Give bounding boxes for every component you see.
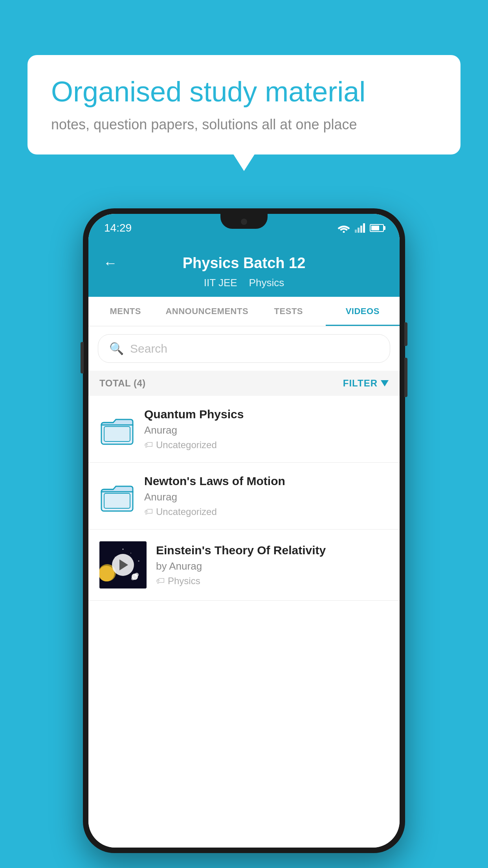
tab-tests[interactable]: TESTS bbox=[251, 297, 325, 326]
svg-point-16 bbox=[130, 553, 131, 554]
back-button[interactable]: ← bbox=[100, 252, 121, 274]
filter-bar: TOTAL (4) FILTER bbox=[88, 371, 400, 396]
video-info: Einstein's Theory Of Relativity by Anura… bbox=[156, 544, 389, 587]
svg-point-0 bbox=[343, 231, 345, 233]
video-author: by Anurag bbox=[156, 560, 389, 572]
tag-label: Uncategorized bbox=[156, 440, 217, 451]
folder-icon bbox=[99, 412, 135, 447]
search-placeholder: Search bbox=[130, 342, 167, 355]
batch-title: Physics Batch 12 bbox=[121, 255, 367, 272]
search-bar-container: 🔍 Search bbox=[88, 326, 400, 371]
video-title: Newton's Laws of Motion bbox=[144, 474, 389, 488]
signal-icon bbox=[355, 223, 365, 233]
svg-point-14 bbox=[131, 577, 134, 580]
side-button-right-bottom bbox=[404, 358, 407, 397]
battery-icon bbox=[370, 224, 384, 232]
list-item[interactable]: Quantum Physics Anurag 🏷 Uncategorized bbox=[88, 396, 400, 463]
bubble-subtitle: notes, question papers, solutions all at… bbox=[51, 116, 437, 133]
side-button-left bbox=[81, 342, 84, 373]
play-icon bbox=[119, 559, 128, 570]
svg-point-13 bbox=[135, 573, 139, 577]
video-author: Anurag bbox=[144, 491, 389, 503]
phone-frame: 14:29 ← bbox=[83, 208, 405, 853]
phone-screen: 14:29 ← bbox=[88, 214, 400, 848]
tab-videos[interactable]: VIDEOS bbox=[326, 297, 400, 326]
tag-label: Physics bbox=[168, 576, 200, 587]
svg-rect-8 bbox=[104, 493, 130, 508]
video-author: Anurag bbox=[144, 424, 389, 436]
tag-icon: 🏷 bbox=[156, 576, 165, 586]
tag-icon: 🏷 bbox=[144, 440, 153, 450]
folder-icon bbox=[99, 478, 135, 514]
bubble-title: Organised study material bbox=[51, 75, 437, 108]
header-subtitle: IIT JEE Physics bbox=[204, 277, 284, 289]
tabs-bar: MENTS ANNOUNCEMENTS TESTS VIDEOS bbox=[88, 297, 400, 326]
search-icon: 🔍 bbox=[109, 342, 124, 355]
status-icons bbox=[338, 223, 384, 233]
video-tag: 🏷 Uncategorized bbox=[144, 506, 389, 517]
svg-rect-1 bbox=[355, 230, 357, 233]
search-bar[interactable]: 🔍 Search bbox=[98, 334, 390, 363]
play-button[interactable] bbox=[112, 554, 134, 576]
speech-bubble-container: Organised study material notes, question… bbox=[28, 55, 460, 154]
total-count: TOTAL (4) bbox=[99, 378, 146, 389]
tab-announcements[interactable]: ANNOUNCEMENTS bbox=[162, 297, 251, 326]
video-info: Quantum Physics Anurag 🏷 Uncategorized bbox=[144, 408, 389, 451]
filter-label: FILTER bbox=[343, 378, 378, 389]
video-title: Quantum Physics bbox=[144, 408, 389, 421]
svg-rect-3 bbox=[360, 226, 362, 233]
app-header: ← Physics Batch 12 IIT JEE Physics bbox=[88, 242, 400, 297]
svg-point-15 bbox=[123, 549, 124, 550]
side-button-right-top bbox=[404, 322, 407, 346]
speech-bubble: Organised study material notes, question… bbox=[28, 55, 460, 154]
svg-rect-6 bbox=[104, 427, 130, 441]
tag-icon: 🏷 bbox=[144, 507, 153, 517]
notch bbox=[220, 214, 268, 229]
filter-button[interactable]: FILTER bbox=[343, 378, 389, 389]
video-thumbnail bbox=[99, 541, 147, 588]
list-item[interactable]: Newton's Laws of Motion Anurag 🏷 Uncateg… bbox=[88, 463, 400, 530]
status-time: 14:29 bbox=[104, 222, 132, 234]
list-item[interactable]: Einstein's Theory Of Relativity by Anura… bbox=[88, 530, 400, 601]
filter-icon bbox=[381, 380, 389, 386]
video-tag: 🏷 Uncategorized bbox=[144, 440, 389, 451]
camera-dot bbox=[241, 219, 247, 225]
video-info: Newton's Laws of Motion Anurag 🏷 Uncateg… bbox=[144, 474, 389, 517]
header-physics: Physics bbox=[249, 277, 284, 289]
status-bar: 14:29 bbox=[88, 214, 400, 242]
tag-label: Uncategorized bbox=[156, 506, 217, 517]
tab-ments[interactable]: MENTS bbox=[88, 297, 162, 326]
header-iitjee: IIT JEE bbox=[204, 277, 237, 289]
video-tag: 🏷 Physics bbox=[156, 576, 389, 587]
svg-point-18 bbox=[138, 561, 139, 562]
video-list: Quantum Physics Anurag 🏷 Uncategorized N… bbox=[88, 396, 400, 848]
video-title: Einstein's Theory Of Relativity bbox=[156, 544, 389, 557]
svg-rect-4 bbox=[363, 223, 365, 233]
svg-rect-2 bbox=[358, 228, 360, 233]
wifi-icon bbox=[338, 223, 350, 233]
